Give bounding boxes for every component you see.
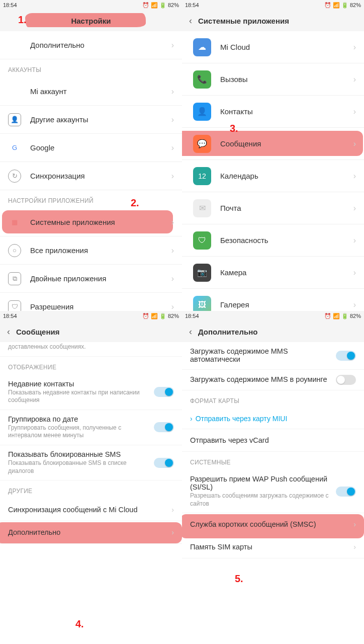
signal-icon: 📶	[151, 2, 158, 9]
annotation-5: 5.	[235, 573, 243, 585]
row-wap-push[interactable]: Разрешить прием WAP Push сообщений (SI/S…	[182, 470, 364, 513]
chevron-right-icon: ›	[353, 520, 356, 528]
section-app-settings: НАСТРОЙКИ ПРИЛОЖЕНИЙ	[0, 190, 182, 208]
panel-messages-settings: 18:54 ⏰📶🔋82% ‹ Сообщения доставленных со…	[0, 311, 182, 644]
alarm-icon: ⏰	[324, 2, 331, 9]
row-more-settings[interactable]: Дополнительно›	[0, 521, 182, 544]
row-group-by-date[interactable]: Группировка по дате Группировать сообщен…	[0, 410, 182, 445]
toggle-wap[interactable]	[336, 487, 356, 497]
row-sync-mi-cloud[interactable]: Синхронизация сообщений с Mi Cloud›	[0, 499, 182, 521]
app-gallery[interactable]: 🖼 Галерея›	[182, 289, 364, 311]
status-bar: 18:54 ⏰📶🔋82%	[182, 311, 364, 321]
app-calls[interactable]: 📞 Вызовы›	[182, 63, 364, 96]
toggle-recent[interactable]	[154, 387, 174, 397]
dual-icon: ⧉	[8, 272, 21, 285]
section-card-format: ФОРМАТ КАРТЫ	[182, 390, 364, 409]
row-mi-account[interactable]: MI Mi аккаунт›	[0, 77, 182, 106]
phone-icon: 📞	[193, 70, 211, 89]
chevron-right-icon: ›	[353, 172, 356, 181]
app-camera[interactable]: 📷 Камера›	[182, 257, 364, 289]
panel-system-apps: 18:54 ⏰📶🔋82% ‹ Системные приложения ☁ Mi…	[182, 0, 364, 311]
app-calendar[interactable]: 12 Календарь›	[182, 160, 364, 192]
row-blocked-sms[interactable]: Показывать блокированные SMS Показывать …	[0, 445, 182, 480]
mi-logo-icon: MI	[8, 85, 21, 98]
alarm-icon: ⏰	[142, 2, 149, 9]
annotation-4: 4.	[75, 618, 84, 630]
more-icon: •••	[8, 39, 21, 52]
app-security[interactable]: 🛡 Безопасность›	[182, 224, 364, 257]
chevron-right-icon: ›	[171, 218, 174, 227]
google-icon: G	[8, 141, 21, 154]
header: ‹ Дополнительно	[182, 321, 364, 342]
chevron-right-icon: ›	[353, 75, 356, 84]
security-icon: 🛡	[193, 231, 211, 250]
person-icon: 👤	[8, 113, 21, 126]
row-system-apps[interactable]: ▦ Системные приложения›	[0, 208, 182, 236]
row-smsc[interactable]: Служба коротких сообщений (SMSC)›	[182, 513, 364, 536]
toggle-blocked[interactable]	[154, 458, 174, 468]
annotation-1: 1.	[18, 14, 27, 26]
row-send-vcard[interactable]: Отправить через vCard	[182, 429, 364, 452]
chevron-right-icon: ›	[171, 246, 174, 255]
contacts-icon: 👤	[193, 103, 211, 121]
alarm-icon: ⏰	[324, 313, 331, 319]
chevron-right-icon: ›	[171, 172, 174, 181]
chevron-right-icon: ›	[171, 143, 174, 152]
page-title: Дополнительно	[198, 328, 257, 336]
row-all-apps[interactable]: ○ Все приложения›	[0, 236, 182, 265]
header: ‹ Сообщения	[0, 321, 182, 342]
cloud-icon: ☁	[193, 38, 211, 56]
message-icon: 💬	[193, 135, 211, 153]
row-google[interactable]: G Google›	[0, 134, 182, 162]
toggle-mms-roaming[interactable]	[336, 375, 356, 385]
toggle-group[interactable]	[154, 422, 174, 432]
app-micloud[interactable]: ☁ Mi Cloud›	[182, 31, 364, 63]
mail-icon: ✉	[193, 199, 211, 217]
signal-icon: 📶	[333, 2, 340, 9]
header: ‹ Системные приложения	[182, 10, 364, 31]
section-other: ДРУГИЕ	[0, 480, 182, 499]
app-contacts[interactable]: 👤 Контакты›	[182, 96, 364, 128]
chevron-right-icon: ›	[190, 415, 193, 423]
battery-icon: 🔋	[341, 2, 348, 9]
row-permissions[interactable]: 🛡 Разрешения›	[0, 293, 182, 311]
chevron-right-icon: ›	[353, 543, 356, 551]
row-send-miui[interactable]: ›Отправить через карту MIUI	[182, 409, 364, 429]
row-sync[interactable]: ↻ Синхронизация›	[0, 162, 182, 190]
chevron-right-icon: ›	[171, 115, 174, 124]
camera-icon: 📷	[193, 264, 211, 282]
battery-icon: 🔋	[341, 313, 348, 319]
app-messages[interactable]: 💬 Сообщения›	[182, 128, 364, 160]
header: Настройки	[0, 10, 182, 31]
panel-settings: 18:54 ⏰📶🔋82% Настройки 1. ••• Дополнител…	[0, 0, 182, 311]
row-mms-roaming[interactable]: Загружать содержимое MMS в роуминге	[182, 370, 364, 390]
battery-icon: 🔋	[159, 2, 166, 9]
panel-advanced: 18:54 ⏰📶🔋82% ‹ Дополнительно Загружать с…	[182, 311, 364, 644]
status-bar: 18:54 ⏰📶🔋82%	[182, 0, 364, 10]
status-bar: 18:54 ⏰📶🔋82%	[0, 311, 182, 321]
app-mail[interactable]: ✉ Почта›	[182, 192, 364, 224]
back-icon[interactable]: ‹	[189, 327, 192, 337]
row-recent-contacts[interactable]: Недавние контакты Показывать недавние ко…	[0, 375, 182, 410]
chevron-right-icon: ›	[171, 528, 174, 536]
page-title: Сообщения	[16, 328, 59, 336]
back-icon[interactable]: ‹	[189, 16, 192, 26]
row-more[interactable]: ••• Дополнительно›	[0, 31, 182, 59]
chevron-right-icon: ›	[353, 236, 356, 245]
page-title: Настройки	[71, 17, 111, 25]
section-accounts: АККАУНТЫ	[0, 59, 182, 77]
alarm-icon: ⏰	[142, 313, 149, 319]
chevron-right-icon: ›	[171, 506, 174, 514]
chevron-right-icon: ›	[353, 107, 356, 116]
calendar-icon: 12	[193, 167, 211, 185]
grid-icon: ▦	[8, 216, 21, 229]
row-mms-auto[interactable]: Загружать содержимое MMS автоматически	[182, 342, 364, 370]
row-dual-apps[interactable]: ⧉ Двойные приложения›	[0, 265, 182, 293]
toggle-mms-auto[interactable]	[336, 351, 356, 361]
page-title: Системные приложения	[198, 17, 289, 25]
back-icon[interactable]: ‹	[7, 327, 10, 337]
row-sim-memory[interactable]: Память SIM карты›	[182, 536, 364, 558]
battery-icon: 🔋	[159, 313, 166, 319]
row-other-accounts[interactable]: 👤 Другие аккаунты›	[0, 106, 182, 134]
chevron-right-icon: ›	[171, 87, 174, 96]
